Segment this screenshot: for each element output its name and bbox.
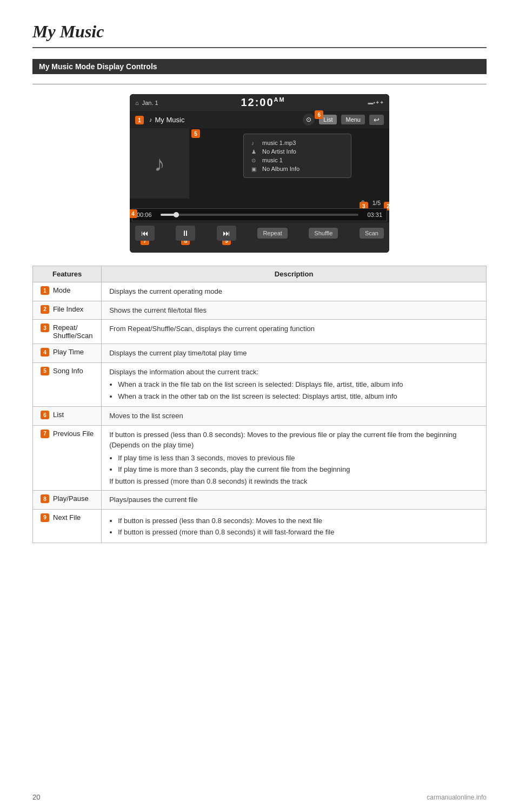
- feature-repeat: 3 Repeat/Shuffle/Scan: [33, 320, 102, 344]
- repeat-button[interactable]: Repeat: [257, 228, 287, 239]
- scan-button[interactable]: Scan: [360, 228, 384, 239]
- section-rule: [32, 84, 487, 84]
- badge-4: 4: [130, 209, 137, 218]
- song-title-row: ⊙ music 1: [251, 156, 343, 164]
- playtime-label: Play Time: [53, 348, 84, 356]
- playpause-label: Play/Pause: [53, 494, 89, 503]
- songinfo-bullets: When a track in the file tab on the list…: [118, 379, 478, 401]
- badge-5: 5: [191, 129, 200, 138]
- table-row: 5 Song Info Displays the information abo…: [33, 362, 487, 407]
- ui-statusbar: ⌂ Jan. 1 12:00AM ▬▪✦✦: [130, 94, 389, 111]
- statusbar-time: 12:00AM: [241, 96, 285, 109]
- ui-screenshot: ⌂ Jan. 1 12:00AM ▬▪✦✦ 1 ♪ My Music ⊙ 6 L…: [130, 94, 389, 253]
- list-label: List: [53, 411, 64, 419]
- next-button[interactable]: ⏭: [217, 226, 236, 241]
- ui-progress-bar-container[interactable]: 00:06 03:31: [132, 208, 387, 221]
- next-bullet-1: If button is pressed (less than 0.8 seco…: [118, 516, 478, 526]
- ui-album-art: ♪: [130, 128, 189, 199]
- feature-list: 6 List: [33, 407, 102, 426]
- music-file-icon: ♪: [149, 116, 152, 123]
- prev-bullets: If play time is less than 3 seconds, mov…: [118, 453, 478, 475]
- page: My Music My Music Mode Display Controls …: [0, 0, 519, 812]
- badge-playtime: 4: [41, 348, 49, 357]
- song-filename: music 1.mp3: [262, 140, 296, 146]
- search-icon: ⊙: [306, 116, 311, 123]
- desc-songinfo: Displays the information about the curre…: [102, 362, 487, 407]
- statusbar-date: Jan. 1: [142, 100, 158, 106]
- time-end: 03:31: [363, 212, 382, 218]
- table-row: 2 File Index Shows the current file/tota…: [33, 301, 487, 320]
- badge-1: 1: [135, 116, 144, 124]
- prev-intro: If button is pressed (less than 0.8 seco…: [109, 431, 456, 450]
- feature-playtime: 4 Play Time: [33, 344, 102, 363]
- track-current: 1/5: [372, 200, 381, 206]
- menu-button[interactable]: Menu: [341, 115, 365, 124]
- file-index-label: File Index: [53, 305, 83, 313]
- next-label: Next File: [53, 513, 81, 521]
- col-features: Features: [33, 266, 102, 282]
- shuffle-button[interactable]: Shuffle: [309, 228, 338, 239]
- ui-main-area: ♪ 5 ♪ music 1.mp3 ♟ No Artist Info: [130, 128, 389, 199]
- progress-fill: [161, 214, 176, 216]
- table-row: 3 Repeat/Shuffle/Scan From Repeat/Shuffl…: [33, 320, 487, 344]
- table-row: 7 Previous File If button is pressed (le…: [33, 425, 487, 491]
- badge-file-index: 2: [41, 305, 49, 314]
- album-icon: ▣: [251, 166, 259, 172]
- next-bullet-2: If button is pressed (more than 0.8 seco…: [118, 527, 478, 538]
- desc-playtime: Displays the current play time/total pla…: [102, 344, 487, 363]
- list-btn-container: 6 List: [319, 115, 337, 124]
- time-start: 00:06: [137, 212, 156, 218]
- pause-button[interactable]: ⏸: [176, 226, 195, 241]
- table-row: 6 List Moves to the list screen: [33, 407, 487, 426]
- features-table: Features Description 1 Mode Displays the…: [32, 266, 487, 543]
- ui-navbar: 1 ♪ My Music ⊙ 6 List Menu ↩: [130, 111, 389, 128]
- title-icon: ⊙: [251, 157, 259, 163]
- statusbar-icons: ▬▪✦✦: [368, 100, 384, 105]
- repeat-label: Repeat/Shuffle/Scan: [53, 324, 92, 340]
- back-button[interactable]: ↩: [369, 115, 384, 125]
- prev-label: Previous File: [53, 430, 94, 438]
- desc-next: If button is pressed (less than 0.8 seco…: [102, 509, 487, 543]
- prev-extra: If button is pressed (more than 0.8 seco…: [109, 477, 307, 485]
- songinfo-bullet-1: When a track in the file tab on the list…: [118, 379, 478, 390]
- col-description: Description: [102, 266, 487, 282]
- table-row: 1 Mode Displays the current operating mo…: [33, 282, 487, 301]
- search-btn[interactable]: ⊙: [303, 114, 315, 126]
- badge-repeat: 3: [41, 324, 49, 332]
- badge-6: 6: [315, 110, 323, 119]
- feature-next: 9 Next File: [33, 509, 102, 543]
- prev-bullet-1: If play time is less than 3 seconds, mov…: [118, 453, 478, 464]
- prev-button[interactable]: ⏮: [135, 226, 155, 241]
- page-title: My Music: [32, 22, 487, 42]
- next-btn-wrapper: 9 ⏭: [217, 226, 236, 241]
- pause-btn-wrapper: 8 ⏸: [176, 226, 195, 241]
- songinfo-label: Song Info: [53, 367, 83, 375]
- feature-mode: 1 Mode: [33, 282, 102, 301]
- badge-songinfo: 5: [41, 367, 49, 375]
- home-icon: ⌂: [135, 100, 139, 106]
- section-header: My Music Mode Display Controls: [32, 59, 487, 74]
- ui-song-info-overlay: ♪ music 1.mp3 ♟ No Artist Info ⊙ music 1…: [243, 134, 351, 178]
- watermark: carmanualonline.info: [427, 794, 487, 801]
- next-bullets: If button is pressed (less than 0.8 seco…: [118, 516, 478, 538]
- progress-bar-wrapper: 4 00:06 03:31: [130, 208, 389, 221]
- table-row: 9 Next File If button is pressed (less t…: [33, 509, 487, 543]
- badge-mode: 1: [41, 286, 49, 295]
- progress-track[interactable]: [161, 214, 358, 216]
- feature-songinfo: 5 Song Info: [33, 362, 102, 407]
- ui-controls: 7 ⏮ 8 ⏸ 9 ⏭ Repeat Shuffle Scan: [130, 222, 389, 244]
- music-note-icon: ♪: [154, 151, 165, 176]
- prev-bullet-2: If play time is more than 3 seconds, pla…: [118, 464, 478, 475]
- ui-track-info-bar: 🔒 3 1/5 2: [130, 199, 389, 207]
- songinfo-bullet-2: When a track in the other tab on the lis…: [118, 391, 478, 402]
- badge-list: 6: [41, 411, 49, 419]
- song-info-area: 5 ♪ music 1.mp3 ♟ No Artist Info ⊙ music…: [189, 128, 389, 199]
- table-row: 4 Play Time Displays the current play ti…: [33, 344, 487, 363]
- page-number: 20: [32, 793, 40, 801]
- artist-icon: ♟: [251, 149, 259, 155]
- statusbar-left: ⌂ Jan. 1: [135, 100, 158, 106]
- navbar-title: ♪ My Music: [149, 116, 298, 124]
- controls-spacer: [130, 244, 389, 253]
- desc-mode: Displays the current operating mode: [102, 282, 487, 301]
- feature-playpause: 8 Play/Pause: [33, 491, 102, 510]
